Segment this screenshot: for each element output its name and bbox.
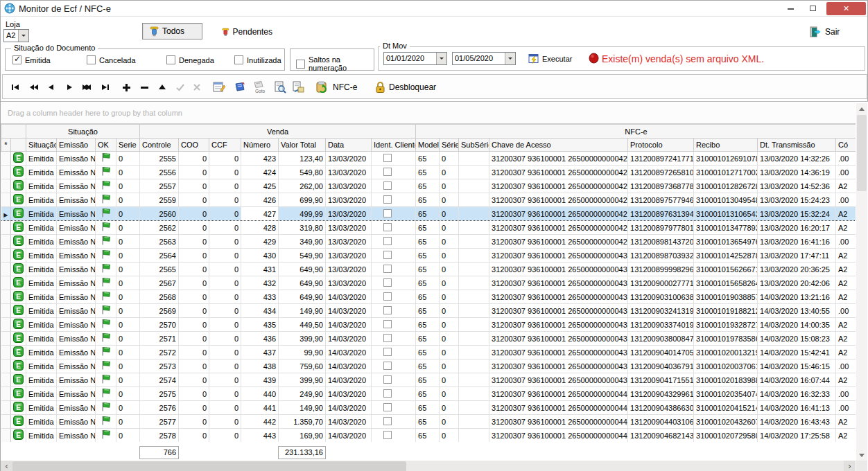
ident-cliente-checkbox[interactable] (383, 154, 392, 162)
table-row[interactable]: EEmitidaEmissão N0256400430549,9013/03/2… (1, 249, 856, 263)
cell-serie[interactable]: 0 (116, 290, 140, 304)
cell-serienfce[interactable]: 0 (440, 166, 459, 179)
cell-ident[interactable] (372, 249, 416, 263)
cell-icon[interactable]: E (11, 318, 26, 332)
cell-ind[interactable] (1, 318, 11, 332)
cell-ok[interactable] (96, 373, 116, 387)
cell-situacao[interactable]: Emitida (26, 235, 57, 249)
cell-dttransmissao[interactable]: 13/03/2020 20:36:25 (758, 263, 836, 276)
cell-controle[interactable]: 2556 (140, 166, 179, 179)
cell-data[interactable]: 13/03/2020 (326, 193, 372, 207)
cell-situacao[interactable]: Emitida (26, 401, 57, 415)
cell-protocolo[interactable]: 131200903800847 (628, 332, 694, 346)
cell-controle[interactable]: 2575 (140, 387, 179, 401)
cell-chave[interactable]: 31200307 936100001 26500000000042911 (489, 235, 628, 249)
cell-protocolo[interactable]: 131200897241771 (628, 152, 694, 166)
cell-ident[interactable] (372, 387, 416, 401)
cell-subserie[interactable] (459, 346, 489, 359)
column-header[interactable]: SubSérie (459, 139, 489, 152)
cell-numero[interactable]: 427 (241, 207, 279, 221)
cell-controle[interactable]: 2570 (140, 318, 179, 332)
cell-ident[interactable] (372, 179, 416, 193)
cell-modelo[interactable]: 65 (416, 166, 440, 179)
cell-numero[interactable]: 425 (241, 179, 279, 193)
cell-ind[interactable] (1, 429, 11, 443)
cell-modelo[interactable]: 65 (416, 429, 440, 443)
cell-emissao[interactable]: Emissão N (57, 373, 96, 387)
cell-dttransmissao[interactable]: 13/03/2020 14:36:19 (758, 166, 836, 179)
cell-protocolo[interactable]: 131200903100638 (628, 290, 694, 304)
table-row[interactable]: EEmitidaEmissão N0256900434149,9014/03/2… (1, 304, 856, 318)
cell-chave[interactable]: 31200307 936100001 26500000000043111 (489, 263, 628, 276)
column-header[interactable]: Chave de Acesso (489, 139, 628, 152)
cell-dttransmissao[interactable]: 14/03/2020 14:00:35 (758, 318, 836, 332)
cell-numero[interactable]: 442 (241, 415, 279, 429)
cell-ccf[interactable]: 0 (209, 221, 241, 235)
cell-data[interactable]: 14/03/2020 (326, 318, 372, 332)
nav-prev-button[interactable] (43, 80, 60, 95)
preview-button[interactable] (272, 80, 288, 95)
cell-emissao[interactable]: Emissão N (57, 290, 96, 304)
cell-ind[interactable] (1, 249, 11, 263)
cell-protocolo[interactable]: 131200904386630 (628, 401, 694, 415)
cell-controle[interactable]: 2557 (140, 179, 179, 193)
cell-dttransmissao[interactable]: 14/03/2020 16:43:43 (758, 415, 836, 429)
cell-protocolo[interactable]: 131200904682143 (628, 429, 694, 443)
cell-protocolo[interactable]: 131200897631394 (628, 207, 694, 221)
cell-coo[interactable]: 0 (179, 318, 209, 332)
cell-valortotal[interactable]: 649,90 (279, 276, 326, 290)
cell-icon[interactable]: E (11, 263, 26, 276)
cell-ccf[interactable]: 0 (209, 276, 241, 290)
executar-button[interactable]: Executar (528, 52, 572, 66)
post-record-button[interactable] (172, 80, 189, 95)
cell-ident[interactable] (372, 304, 416, 318)
cell-emissao[interactable]: Emissão N (57, 152, 96, 166)
cell-ind[interactable] (1, 166, 11, 179)
cell-protocolo[interactable]: 131200899998296 (628, 263, 694, 276)
cell-codigo[interactable]: .00 (836, 401, 856, 415)
cell-chave[interactable]: 31200307 936100001 26500000000043211 (489, 276, 628, 290)
cell-coo[interactable]: 0 (179, 373, 209, 387)
cell-valortotal[interactable]: 169,90 (279, 429, 326, 443)
cell-ccf[interactable]: 0 (209, 429, 241, 443)
cell-recibo[interactable]: 310001013106543 (694, 207, 758, 221)
cell-ok[interactable] (96, 152, 116, 166)
cell-valortotal[interactable]: 99,90 (279, 346, 326, 359)
table-row[interactable]: EEmitidaEmissão N02577004421.359,7014/03… (1, 415, 856, 429)
chevron-down-icon[interactable] (436, 53, 446, 64)
cell-subserie[interactable] (459, 249, 489, 263)
cell-situacao[interactable]: Emitida (26, 221, 57, 235)
cell-modelo[interactable]: 65 (416, 290, 440, 304)
cell-valortotal[interactable]: 449,50 (279, 318, 326, 332)
cell-codigo[interactable]: .00 (836, 359, 856, 373)
column-header[interactable]: Emissão (57, 139, 96, 152)
nav-last-button[interactable] (97, 80, 114, 95)
cell-codigo[interactable]: A2 (836, 249, 856, 263)
cell-chave[interactable]: 31200307 936100001 26500000000043911 (489, 373, 628, 387)
cell-recibo[interactable]: 310001013477893 (694, 221, 758, 235)
cell-chave[interactable]: 31200307 936100001 26500000000043511 (489, 318, 628, 332)
column-header[interactable]: Protocolo (628, 139, 694, 152)
cell-emissao[interactable]: Emissão N (57, 359, 96, 373)
cell-ccf[interactable]: 0 (209, 387, 241, 401)
cell-icon[interactable]: E (11, 235, 26, 249)
cell-recibo[interactable]: 310001020013219 (694, 346, 758, 359)
cell-icon[interactable]: E (11, 373, 26, 387)
cell-ident[interactable] (372, 166, 416, 179)
cell-ident[interactable] (372, 373, 416, 387)
cell-ok[interactable] (96, 387, 116, 401)
cell-codigo[interactable]: .00 (836, 152, 856, 166)
cell-controle[interactable]: 2562 (140, 221, 179, 235)
table-row[interactable]: EEmitidaEmissão N0255600424549,8013/03/2… (1, 166, 856, 179)
cell-coo[interactable]: 0 (179, 263, 209, 276)
ident-cliente-checkbox[interactable] (383, 375, 392, 384)
cell-ind[interactable] (1, 387, 11, 401)
cell-codigo[interactable]: A2 (836, 207, 856, 221)
table-row[interactable]: ▶EEmitidaEmissão N0256000427499,9913/03/… (1, 207, 856, 221)
cell-dttransmissao[interactable]: 13/03/2020 20:42:06 (758, 276, 836, 290)
cell-valortotal[interactable]: 149,90 (279, 304, 326, 318)
table-row[interactable]: EEmitidaEmissão N0256300429349,9013/03/2… (1, 235, 856, 249)
cell-data[interactable]: 13/03/2020 (326, 179, 372, 193)
vertical-scrollbar[interactable] (856, 103, 867, 461)
cell-situacao[interactable]: Emitida (26, 304, 57, 318)
